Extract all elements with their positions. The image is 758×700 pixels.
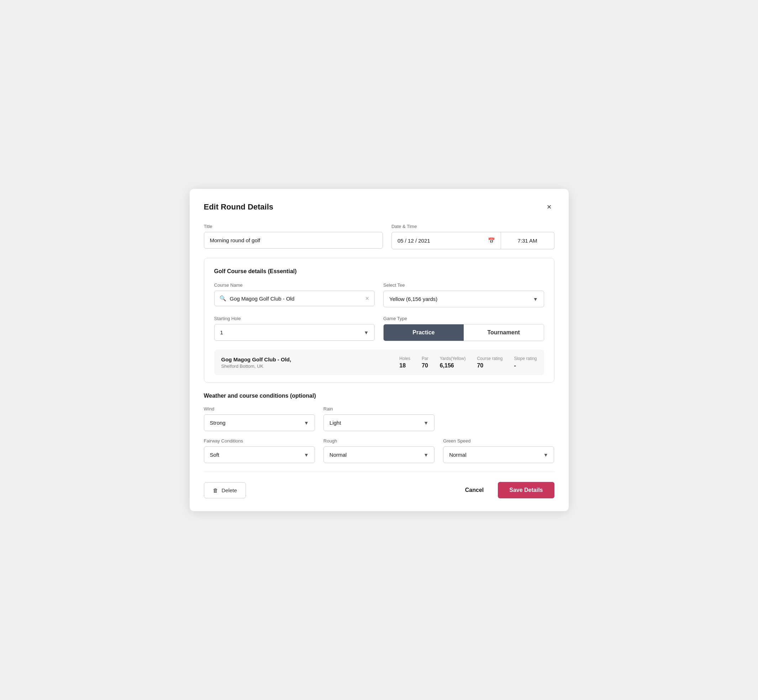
wind-wrap[interactable]: Strong ▼ xyxy=(204,414,315,431)
course-info-location: Shelford Bottom, UK xyxy=(221,364,399,369)
select-tee-wrap[interactable]: Yellow (6,156 yards) ▼ xyxy=(383,291,544,307)
tournament-button[interactable]: Tournament xyxy=(464,324,544,341)
title-input[interactable] xyxy=(204,232,383,248)
rough-dropdown[interactable]: Normal xyxy=(329,452,429,458)
golf-course-title: Golf Course details (Essential) xyxy=(214,268,544,275)
course-name-input[interactable] xyxy=(230,295,362,302)
date-value: 05 / 12 / 2021 xyxy=(398,238,484,244)
par-value: 70 xyxy=(422,362,428,369)
rain-group: Rain Light ▼ xyxy=(324,406,434,431)
delete-label: Delete xyxy=(222,487,237,493)
rough-wrap[interactable]: Normal ▼ xyxy=(324,446,434,463)
stat-holes: Holes 18 xyxy=(399,356,410,369)
fairway-rough-green-row: Fairway Conditions Soft ▼ Rough Normal ▼ xyxy=(204,438,554,463)
modal-header: Edit Round Details × xyxy=(204,202,554,212)
stat-par: Par 70 xyxy=(422,356,429,369)
wind-rain-row: Wind Strong ▼ Rain Light ▼ xyxy=(204,406,554,431)
slope-rating-value: - xyxy=(514,362,516,369)
holes-value: 18 xyxy=(399,362,406,369)
calendar-icon: 📅 xyxy=(488,237,495,244)
spacer xyxy=(443,406,554,431)
title-datetime-row: Title Date & Time 05 / 12 / 2021 📅 7:31 … xyxy=(204,224,554,249)
rain-label: Rain xyxy=(324,406,434,411)
course-rating-label: Course rating xyxy=(477,356,503,361)
fairway-dropdown[interactable]: Soft xyxy=(210,452,309,458)
starting-hole-label: Starting Hole xyxy=(214,316,375,321)
save-button[interactable]: Save Details xyxy=(498,482,554,498)
fairway-group: Fairway Conditions Soft ▼ xyxy=(204,438,315,463)
stat-slope-rating: Slope rating - xyxy=(514,356,537,369)
weather-section-title: Weather and course conditions (optional) xyxy=(204,393,554,399)
rain-wrap[interactable]: Light ▼ xyxy=(324,414,434,431)
course-search-wrap[interactable]: 🔍 ✕ xyxy=(214,291,375,306)
green-speed-dropdown[interactable]: Normal xyxy=(449,452,548,458)
par-label: Par xyxy=(422,356,429,361)
fairway-label: Fairway Conditions xyxy=(204,438,315,444)
course-rating-value: 70 xyxy=(477,362,483,369)
edit-round-modal: Edit Round Details × Title Date & Time 0… xyxy=(190,189,568,511)
select-tee-dropdown[interactable]: Yellow (6,156 yards) xyxy=(389,296,538,302)
green-speed-wrap[interactable]: Normal ▼ xyxy=(443,446,554,463)
starting-hole-wrap[interactable]: 1 ▼ xyxy=(214,324,375,341)
date-input-wrap[interactable]: 05 / 12 / 2021 📅 xyxy=(392,232,501,249)
game-type-group: Game Type Practice Tournament xyxy=(383,316,544,341)
practice-button[interactable]: Practice xyxy=(384,324,464,341)
time-input-wrap[interactable]: 7:31 AM xyxy=(501,232,554,249)
title-group: Title xyxy=(204,224,383,249)
wind-label: Wind xyxy=(204,406,315,411)
yards-label: Yards(Yellow) xyxy=(440,356,466,361)
rough-label: Rough xyxy=(324,438,434,444)
hole-gametype-row: Starting Hole 1 ▼ Game Type Practice Tou… xyxy=(214,316,544,341)
select-tee-group: Select Tee Yellow (6,156 yards) ▼ xyxy=(383,283,544,307)
cancel-button[interactable]: Cancel xyxy=(459,482,489,498)
fairway-wrap[interactable]: Soft ▼ xyxy=(204,446,315,463)
footer-divider xyxy=(204,472,554,472)
close-button[interactable]: × xyxy=(544,202,554,212)
search-icon: 🔍 xyxy=(219,295,226,302)
modal-title: Edit Round Details xyxy=(204,202,274,212)
trash-icon: 🗑 xyxy=(213,487,218,493)
yards-value: 6,156 xyxy=(440,362,454,369)
select-tee-label: Select Tee xyxy=(383,283,544,288)
course-info-name: Gog Magog Golf Club - Old, xyxy=(221,356,399,362)
wind-dropdown[interactable]: Strong xyxy=(210,420,309,426)
stat-course-rating: Course rating 70 xyxy=(477,356,503,369)
starting-hole-group: Starting Hole 1 ▼ xyxy=(214,316,375,341)
footer-right: Cancel Save Details xyxy=(459,482,554,498)
starting-hole-dropdown[interactable]: 1 xyxy=(220,330,369,336)
rough-group: Rough Normal ▼ xyxy=(324,438,434,463)
datetime-group: Date & Time 05 / 12 / 2021 📅 7:31 AM xyxy=(392,224,554,249)
golf-course-section: Golf Course details (Essential) Course N… xyxy=(204,258,554,383)
slope-rating-label: Slope rating xyxy=(514,356,537,361)
time-value: 7:31 AM xyxy=(517,238,537,244)
title-label: Title xyxy=(204,224,383,229)
course-info-left: Gog Magog Golf Club - Old, Shelford Bott… xyxy=(221,356,399,369)
datetime-label: Date & Time xyxy=(392,224,554,229)
course-tee-row: Course Name 🔍 ✕ Select Tee Yellow (6,156… xyxy=(214,283,544,307)
course-name-label: Course Name xyxy=(214,283,375,288)
delete-button[interactable]: 🗑 Delete xyxy=(204,482,246,498)
course-name-group: Course Name 🔍 ✕ xyxy=(214,283,375,307)
footer-row: 🗑 Delete Cancel Save Details xyxy=(204,482,554,498)
green-speed-group: Green Speed Normal ▼ xyxy=(443,438,554,463)
game-type-label: Game Type xyxy=(383,316,544,321)
course-stats: Holes 18 Par 70 Yards(Yellow) 6,156 Cour… xyxy=(399,356,537,369)
date-time-row: 05 / 12 / 2021 📅 7:31 AM xyxy=(392,232,554,249)
holes-label: Holes xyxy=(399,356,410,361)
clear-course-icon[interactable]: ✕ xyxy=(365,295,370,301)
rain-dropdown[interactable]: Light xyxy=(329,420,429,426)
course-info-card: Gog Magog Golf Club - Old, Shelford Bott… xyxy=(214,350,544,375)
stat-yards: Yards(Yellow) 6,156 xyxy=(440,356,466,369)
weather-section: Weather and course conditions (optional)… xyxy=(204,393,554,463)
wind-group: Wind Strong ▼ xyxy=(204,406,315,431)
green-speed-label: Green Speed xyxy=(443,438,554,444)
game-type-toggle: Practice Tournament xyxy=(383,324,544,341)
